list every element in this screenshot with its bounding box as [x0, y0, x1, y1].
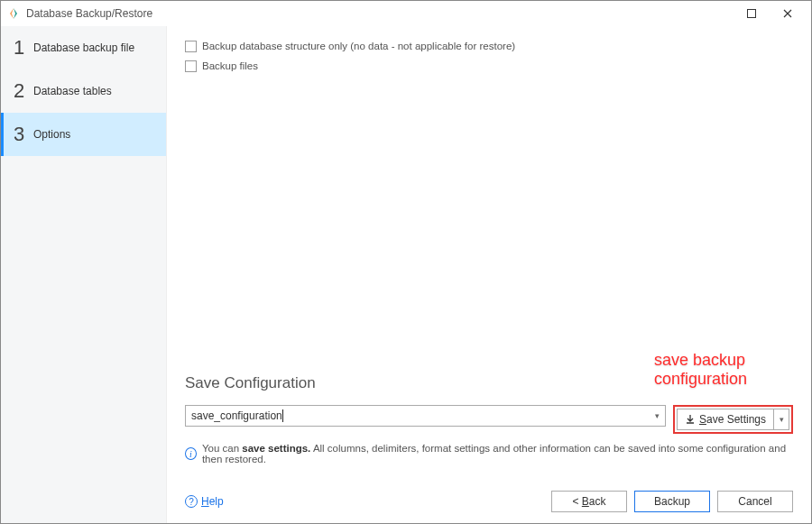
text-cursor — [282, 409, 283, 422]
help-link[interactable]: ? Help — [185, 495, 224, 508]
save-settings-dropdown[interactable]: ▾ — [773, 409, 789, 430]
chevron-down-icon[interactable]: ▾ — [655, 411, 660, 420]
step-number: 2 — [14, 79, 33, 103]
info-icon: i — [185, 447, 197, 460]
option-structure-only-row: Backup database structure only (no data … — [185, 37, 793, 55]
step-label: Options — [33, 128, 70, 141]
configuration-name-value: save_configuration — [191, 409, 282, 422]
save-settings-highlight: Save Settings ▾ — [673, 405, 793, 434]
chevron-down-icon: ▾ — [780, 415, 784, 424]
step-database-tables[interactable]: 2 Database tables — [1, 69, 166, 113]
option-backup-files-row: Backup files — [185, 57, 793, 75]
window-title: Database Backup/Restore — [26, 7, 734, 20]
save-configuration-section: Save Configuration save_configuration ▾ … — [185, 374, 793, 464]
svg-rect-0 — [748, 10, 756, 18]
step-label: Database backup file — [33, 41, 134, 54]
configuration-name-combobox[interactable]: save_configuration ▾ — [185, 405, 666, 427]
back-button[interactable]: < Back — [551, 491, 627, 512]
backup-files-checkbox[interactable] — [185, 60, 197, 72]
footer-bar: ? Help < Back Backup Cancel — [185, 491, 793, 512]
window-titlebar: Database Backup/Restore — [1, 1, 811, 26]
app-icon — [6, 6, 21, 21]
step-database-backup-file[interactable]: 1 Database backup file — [1, 26, 166, 69]
help-label: Help — [201, 495, 224, 508]
help-icon: ? — [185, 495, 198, 508]
main-panel: Backup database structure only (no data … — [167, 26, 811, 523]
close-button[interactable] — [770, 1, 806, 26]
save-settings-label: ave Settings — [706, 413, 766, 426]
structure-only-checkbox[interactable] — [185, 41, 197, 52]
backup-files-label: Backup files — [202, 60, 258, 71]
info-text-bold: save settings. — [242, 443, 310, 454]
step-label: Database tables — [33, 85, 112, 97]
wizard-sidebar: 1 Database backup file 2 Database tables… — [1, 26, 167, 523]
step-number: 1 — [14, 36, 33, 60]
structure-only-label: Backup database structure only (no data … — [202, 41, 515, 51]
save-settings-button[interactable]: Save Settings — [677, 409, 773, 430]
download-icon — [685, 414, 696, 425]
info-text-prefix: You can — [202, 443, 242, 454]
save-configuration-title: Save Configuration — [185, 374, 793, 392]
cancel-button[interactable]: Cancel — [717, 491, 793, 512]
backup-button[interactable]: Backup — [634, 491, 710, 512]
maximize-button[interactable] — [734, 1, 770, 26]
step-number: 3 — [14, 123, 33, 146]
step-options[interactable]: 3 Options — [1, 113, 166, 156]
info-message: i You can save settings. All columns, de… — [185, 443, 793, 464]
